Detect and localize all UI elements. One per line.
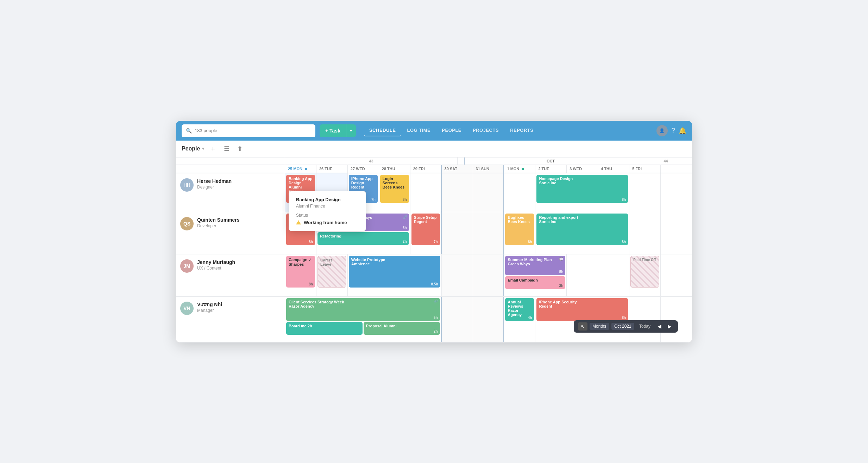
day-wed3: 3 WED xyxy=(567,165,598,173)
search-icon: 🔍 xyxy=(186,128,192,134)
task-reporting-export[interactable]: Reporting and exportSonic Inc 8h xyxy=(536,214,628,245)
task-client-services[interactable]: Client Services Strategy WeekRazor Agenc… xyxy=(286,298,440,321)
person-row-quinten: QS Quinten Summers Developer Reddoor Sec… xyxy=(176,212,692,254)
jenny-col-thu4 xyxy=(598,254,629,296)
today-button[interactable]: Today xyxy=(636,323,653,329)
task-proposal-alumni[interactable]: Proposal Alumni 2h xyxy=(364,322,440,335)
jenny-col-wed3 xyxy=(567,254,598,296)
status-triangle-icon xyxy=(296,220,301,224)
quinten-col-tue2: Reporting and exportSonic Inc 8h xyxy=(535,212,629,254)
day-fri5: 5 FRI xyxy=(629,165,661,173)
person-row-jenny: JM Jenny Murtaugh UX / Content Campaign … xyxy=(176,254,692,297)
herse-col-sun31 xyxy=(473,173,504,212)
person-name-herse: Herse Hedman xyxy=(197,178,232,184)
date-picker-dropdown[interactable]: Oct 2021 xyxy=(611,323,634,330)
person-role-quinten: Developer xyxy=(197,223,240,228)
vuong-col-fri5 xyxy=(629,297,661,342)
nav-logtime[interactable]: LOG TIME xyxy=(402,125,435,136)
person-row-herse: HH Herse Hedman Designer Banking App Des… xyxy=(176,173,692,212)
add-task-button[interactable]: + Task xyxy=(320,124,346,137)
day-thu28: 28 THU xyxy=(379,165,410,173)
person-name-vuong: Vương Nhi xyxy=(197,302,222,307)
jenny-col-sun31 xyxy=(473,254,504,296)
vuong-col-tue2: iPhone App SecurityRegent 8h xyxy=(535,297,629,342)
quinten-col-sat30 xyxy=(442,212,473,254)
quinten-col-fri29: Stripe SetupRegent 7h xyxy=(410,212,442,254)
task-board-me[interactable]: Board me 2h xyxy=(286,322,363,335)
person-row-vuong: VN Vương Nhi Manager Client Services Str… xyxy=(176,297,692,342)
day-tue2: 2 TUE xyxy=(535,165,567,173)
notifications-icon[interactable]: 🔔 xyxy=(679,127,686,135)
avatar[interactable]: 👤 xyxy=(656,125,668,136)
search-bar[interactable]: 🔍 xyxy=(182,124,315,137)
task-campaign-sharpes[interactable]: Campaign ✓Sharpes 8h xyxy=(286,256,315,288)
task-summer-marketing[interactable]: Summer Marketing PlanGreen Ways 5h 💬 xyxy=(505,256,565,275)
export-button[interactable]: ⬆ xyxy=(235,143,245,154)
quinten-col-fri5 xyxy=(629,212,661,254)
task-dropdown-button[interactable]: ▾ xyxy=(346,124,356,137)
day-fri29: 29 FRI xyxy=(410,165,442,173)
task-email-campaign[interactable]: Email Campaign 2h xyxy=(505,276,565,289)
day-mon1: 1 MON xyxy=(504,165,535,173)
vuong-col-mon1: Annual ReviewsRazor Agency 4h xyxy=(504,297,535,342)
day-mon25: 25 MON xyxy=(285,165,316,173)
jenny-col-wed27: Website PrototypeAmbience 8.5h xyxy=(348,254,442,296)
task-paid-time-off-jenny[interactable]: Paid Time Off xyxy=(630,256,659,288)
day-header-empty xyxy=(176,165,285,173)
task-homepage-design[interactable]: Homepage DesignSonic Inc 8h xyxy=(536,175,628,203)
herse-col-sat30 xyxy=(442,173,473,212)
jenny-col-fri5: Paid Time Off xyxy=(629,254,661,296)
nav-schedule[interactable]: SCHEDULE xyxy=(364,125,401,136)
help-icon[interactable]: ? xyxy=(671,126,675,135)
task-website-prototype[interactable]: Website PrototypeAmbience 8.5h xyxy=(349,256,440,288)
vuong-col-sat30 xyxy=(442,297,473,342)
person-info-jenny: JM Jenny Murtaugh UX / Content xyxy=(176,254,285,296)
status-popup: Banking App Design Alumni Finance Status… xyxy=(289,191,366,231)
vuong-col-mon25: Client Services Strategy WeekRazor Agenc… xyxy=(285,297,442,342)
task-annual-reviews[interactable]: Annual ReviewsRazor Agency 4h xyxy=(505,298,534,321)
day-wed27: 27 WED xyxy=(348,165,379,173)
nav-reports[interactable]: REPORTS xyxy=(505,125,538,136)
cursor-tool-button[interactable]: ↖ xyxy=(578,322,587,331)
week-43-label: 43 xyxy=(285,158,458,165)
nav-right: 👤 ? 🔔 xyxy=(656,125,686,136)
avatar-jenny: JM xyxy=(180,259,194,273)
popup-status-value: Working from home xyxy=(296,220,359,225)
avatar-vuong: VN xyxy=(180,302,194,315)
task-login-screens[interactable]: Login ScreensBees Knees 8h xyxy=(380,175,409,203)
schedule: 43 OCT 44 25 MON 26 TUE 27 WED 28 THU 29… xyxy=(176,158,692,342)
vuong-col-sun31 xyxy=(473,297,504,342)
nav-people[interactable]: PEOPLE xyxy=(437,125,466,136)
oct-label: OCT xyxy=(465,158,637,165)
search-input[interactable] xyxy=(195,128,311,133)
top-nav: 🔍 + Task ▾ SCHEDULE LOG TIME PEOPLE PROJ… xyxy=(176,121,692,141)
day-tue26: 26 TUE xyxy=(316,165,348,173)
quinten-col-sun31 xyxy=(473,212,504,254)
week-44-label: 44 xyxy=(638,158,692,165)
task-iphone-app-security[interactable]: iPhone App SecurityRegent 8h xyxy=(536,298,628,321)
people-dropdown[interactable]: People ▾ xyxy=(182,146,204,152)
quinten-col-mon1: Bugfixes Bees Knees 8h xyxy=(504,212,535,254)
day-sun31: 31 SUN xyxy=(473,165,504,173)
chevron-down-icon: ▾ xyxy=(202,146,204,151)
day-sat30: 30 SAT xyxy=(442,165,473,173)
task-refactoring[interactable]: Refactoring 2h xyxy=(317,232,409,245)
prev-period-button[interactable]: ◀ xyxy=(655,323,663,330)
list-view-button[interactable]: ☰ xyxy=(222,143,232,154)
herse-col-mon1 xyxy=(504,173,535,212)
person-name-jenny: Jenny Murtaugh xyxy=(197,259,235,265)
herse-col-thu28: Login ScreensBees Knees 8h xyxy=(379,173,410,212)
add-person-button[interactable]: ＋ xyxy=(208,143,218,154)
avatar-quinten: QS xyxy=(180,217,194,230)
task-stripe-setup[interactable]: Stripe SetupRegent 7h xyxy=(411,214,440,245)
toolbar: People ▾ ＋ ☰ ⬆ xyxy=(176,141,692,158)
next-period-button[interactable]: ▶ xyxy=(666,323,674,330)
jenny-col-sat30 xyxy=(442,254,473,296)
nav-projects[interactable]: PROJECTS xyxy=(468,125,504,136)
person-info-quinten: QS Quinten Summers Developer xyxy=(176,212,285,254)
nav-links: SCHEDULE LOG TIME PEOPLE PROJECTS REPORT… xyxy=(364,125,539,136)
view-months-dropdown[interactable]: Months xyxy=(590,323,609,330)
task-bugfixes[interactable]: Bugfixes Bees Knees 8h xyxy=(505,214,534,245)
task-carers-leave[interactable]: Carers Leave xyxy=(317,256,346,288)
jenny-col-tue26: Carers Leave xyxy=(316,254,348,296)
